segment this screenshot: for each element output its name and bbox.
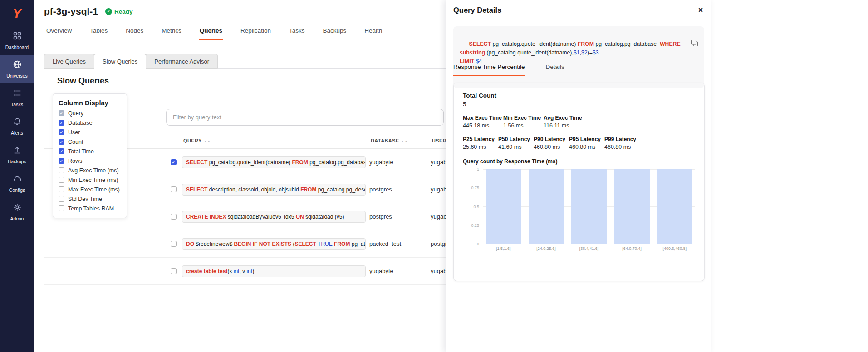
tab-tables[interactable]: Tables bbox=[89, 23, 108, 40]
chart-y-tick: 0.5 bbox=[473, 205, 479, 209]
checkbox-icon[interactable] bbox=[59, 186, 64, 192]
chart-x-label: [24.0,25.6] bbox=[528, 246, 564, 251]
tab-nodes[interactable]: Nodes bbox=[125, 23, 144, 40]
tab-queries[interactable]: Queries bbox=[199, 23, 223, 40]
chart-y-axis: 00.250.50.751 bbox=[463, 169, 483, 244]
stat-p50-latency: P50 Latency 41.60 ms bbox=[498, 136, 534, 150]
tab-health[interactable]: Health bbox=[363, 23, 383, 40]
tab-details[interactable]: Details bbox=[546, 64, 564, 76]
tab-metrics[interactable]: Metrics bbox=[161, 23, 182, 40]
query-text-cell[interactable]: SELECT description, classoid, objoid, ob… bbox=[182, 184, 366, 196]
sidebar-item-label: Dashboard bbox=[5, 44, 29, 50]
chart-x-label: [38.4,41.6] bbox=[571, 246, 607, 251]
checkbox-icon[interactable] bbox=[59, 167, 64, 173]
checkbox-icon[interactable] bbox=[59, 205, 64, 211]
chart-x-label: [64.0,70.4] bbox=[614, 246, 649, 251]
query-text-cell[interactable]: create table test(k int, v int) bbox=[182, 265, 366, 277]
checkbox-icon[interactable] bbox=[59, 148, 64, 154]
database-cell: yugabyte bbox=[369, 268, 431, 274]
ready-check-icon: ✓ bbox=[105, 8, 112, 15]
sidebar-item-alerts[interactable]: Alerts bbox=[0, 112, 34, 141]
sort-icon: ▲▼ bbox=[204, 140, 211, 143]
queries-subtab-bar: Live Queries Slow Queries Performance Ad… bbox=[44, 54, 218, 69]
tab-tasks[interactable]: Tasks bbox=[288, 23, 306, 40]
checkbox-icon[interactable] bbox=[59, 196, 64, 202]
sidebar-item-configs[interactable]: Configs bbox=[0, 169, 34, 198]
query-text-cell[interactable]: DO $redefineview$ BEGIN IF NOT EXISTS (S… bbox=[182, 238, 366, 250]
column-toggle-avg-exec-time[interactable]: Avg Exec Time (ms) bbox=[59, 167, 121, 173]
row-checkbox[interactable] bbox=[171, 159, 177, 165]
row-checkbox[interactable] bbox=[171, 214, 177, 220]
chart-y-tick: 0.25 bbox=[471, 223, 479, 228]
sidebar-item-admin[interactable]: Admin bbox=[0, 198, 34, 226]
copy-icon[interactable] bbox=[679, 31, 698, 58]
row-checkbox[interactable] bbox=[171, 186, 177, 192]
column-toggle-temp-tables-ram[interactable]: Temp Tables RAM bbox=[59, 205, 121, 211]
column-display-title: Column Display bbox=[59, 99, 108, 107]
collapse-minus-icon[interactable]: − bbox=[117, 99, 121, 107]
database-cell: postgres bbox=[369, 186, 431, 193]
chart-bar bbox=[571, 169, 607, 244]
checkbox-icon[interactable] bbox=[59, 177, 64, 183]
tab-replication[interactable]: Replication bbox=[240, 23, 272, 40]
row-checkbox[interactable] bbox=[171, 268, 177, 274]
sql-text: SELECT pg_catalog.quote_ident(datname) F… bbox=[460, 41, 682, 64]
sidebar-item-label: Alerts bbox=[11, 130, 23, 136]
checkbox-icon[interactable] bbox=[59, 139, 64, 145]
checkbox-icon[interactable] bbox=[59, 129, 64, 135]
stat-p25-latency: P25 Latency 25.60 ms bbox=[463, 136, 498, 150]
query-filter-input[interactable] bbox=[166, 109, 444, 126]
column-toggle-query[interactable]: Query bbox=[59, 110, 121, 116]
query-text-cell[interactable]: SELECT pg_catalog.quote_ident(datname) F… bbox=[182, 156, 366, 168]
stat-max-exec-time: Max Exec Time 445.18 ms bbox=[463, 115, 503, 129]
sidebar-item-label: Backups bbox=[8, 159, 26, 164]
chart-x-label: [409.6,460.8] bbox=[657, 246, 692, 251]
tab-response-time-percentile[interactable]: Response Time Percentile bbox=[453, 64, 525, 76]
sidebar: Y Dashboard Universes Tasks Alerts Backu… bbox=[0, 0, 34, 352]
column-header-database[interactable]: DATABASE▲▼ bbox=[371, 138, 432, 143]
column-toggle-min-exec-time[interactable]: Min Exec Time (ms) bbox=[59, 177, 121, 183]
stat-min-exec-time: Min Exec Time 1.56 ms bbox=[503, 115, 544, 129]
sidebar-item-dashboard[interactable]: Dashboard bbox=[0, 26, 34, 55]
chart-plot-area bbox=[483, 169, 695, 244]
sidebar-item-backups[interactable]: Backups bbox=[0, 141, 34, 169]
column-toggle-std-dev-time[interactable]: Std Dev Time bbox=[59, 196, 121, 202]
status-label: Ready bbox=[114, 8, 133, 15]
query-text-cell[interactable]: CREATE INDEX sqldataloadByValuev5_idx5 O… bbox=[182, 211, 366, 223]
tab-backups[interactable]: Backups bbox=[322, 23, 347, 40]
subtab-performance-advisor[interactable]: Performance Advisor bbox=[146, 54, 218, 69]
row-checkbox[interactable] bbox=[171, 241, 177, 247]
chart-bar bbox=[486, 169, 521, 244]
percentile-card: Total Count 5 Max Exec Time 445.18 ms Mi… bbox=[453, 83, 705, 281]
column-toggle-count[interactable]: Count bbox=[59, 139, 121, 145]
database-cell: yugabyte bbox=[369, 159, 431, 166]
checkbox-icon[interactable] bbox=[59, 110, 64, 116]
response-time-bar-chart: 00.250.50.751 [1.5,1.6][24.0,25.6][38.4,… bbox=[463, 169, 695, 251]
checkbox-icon[interactable] bbox=[59, 120, 64, 126]
column-toggle-total-time[interactable]: Total Time bbox=[59, 148, 121, 154]
status-badge: ✓ Ready bbox=[105, 8, 133, 15]
database-cell: packed_test bbox=[369, 240, 431, 247]
column-toggle-database[interactable]: Database bbox=[59, 120, 121, 126]
column-toggle-max-exec-time[interactable]: Max Exec Time (ms) bbox=[59, 186, 121, 192]
sidebar-item-universes[interactable]: Universes bbox=[0, 55, 34, 83]
sidebar-item-tasks[interactable]: Tasks bbox=[0, 83, 34, 112]
tasks-list-icon bbox=[13, 88, 22, 99]
column-toggle-user[interactable]: User bbox=[59, 129, 121, 135]
yugabyte-logo-icon[interactable]: Y bbox=[0, 0, 34, 26]
sort-icon: ▲▼ bbox=[401, 140, 408, 143]
subtab-live-queries[interactable]: Live Queries bbox=[44, 54, 94, 69]
query-details-panel: Query Details ✕ SELECT pg_catalog.quote_… bbox=[446, 0, 711, 352]
subtab-slow-queries[interactable]: Slow Queries bbox=[94, 54, 146, 69]
checkbox-icon[interactable] bbox=[59, 158, 64, 164]
chart-x-axis: [1.5,1.6][24.0,25.6][38.4,41.6][64.0,70.… bbox=[483, 246, 695, 251]
total-count-label: Total Count bbox=[463, 92, 695, 99]
sidebar-item-label: Admin bbox=[10, 216, 24, 221]
tab-overview[interactable]: Overview bbox=[45, 23, 73, 40]
column-header-user[interactable]: USER bbox=[432, 138, 446, 143]
dashboard-icon bbox=[13, 31, 22, 42]
close-icon[interactable]: ✕ bbox=[698, 6, 703, 14]
column-header-query[interactable]: QUERY▲▼ bbox=[183, 138, 367, 143]
chart-y-tick: 1 bbox=[477, 167, 479, 171]
column-toggle-rows[interactable]: Rows bbox=[59, 158, 121, 164]
